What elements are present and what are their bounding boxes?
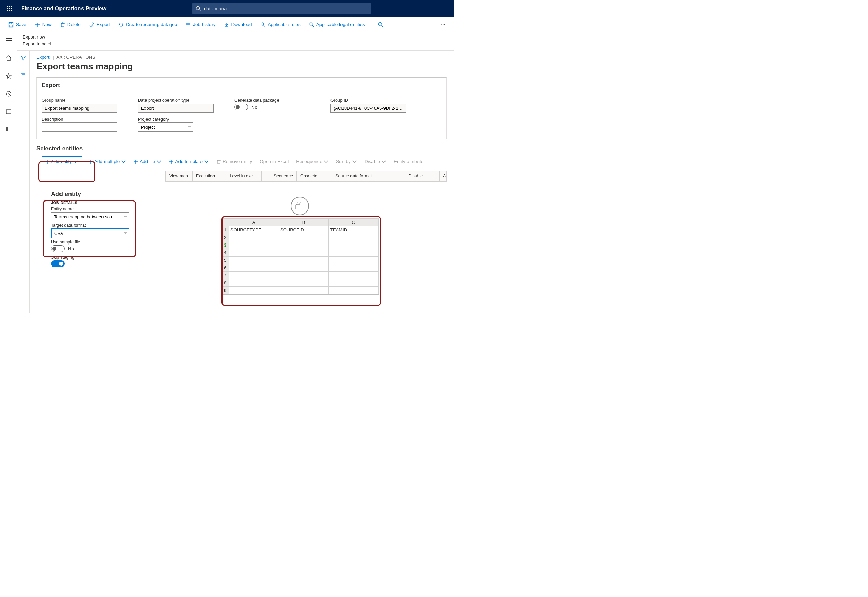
sheet-cell[interactable] bbox=[329, 249, 378, 257]
sheet-cell[interactable] bbox=[229, 241, 279, 249]
svg-rect-34 bbox=[6, 127, 7, 129]
entity-name-select[interactable] bbox=[51, 212, 129, 221]
sheet-cell[interactable] bbox=[279, 287, 329, 294]
sheet-cell[interactable] bbox=[279, 249, 329, 257]
add-multiple-button[interactable]: Add multiple bbox=[87, 157, 127, 165]
sheet-cell[interactable] bbox=[329, 234, 378, 241]
sheet-cell[interactable] bbox=[279, 279, 329, 287]
nav-workspaces[interactable] bbox=[2, 106, 15, 117]
sheet-cell[interactable] bbox=[329, 241, 378, 249]
add-entity-flyout: Add entity JOB DETAILS Entity name Targe… bbox=[46, 186, 135, 271]
use-sample-toggle[interactable] bbox=[51, 245, 65, 252]
sheet-cell[interactable] bbox=[279, 272, 329, 279]
breadcrumb-link[interactable]: Export bbox=[36, 55, 49, 60]
add-file-button[interactable]: Add file bbox=[132, 157, 163, 165]
col-applicat[interactable]: Applicat bbox=[439, 171, 447, 181]
col-level[interactable]: Level in executi… bbox=[226, 171, 261, 181]
sheet-cell[interactable] bbox=[229, 272, 279, 279]
svg-rect-5 bbox=[11, 8, 12, 9]
sheet-cell[interactable] bbox=[279, 257, 329, 264]
svg-rect-1 bbox=[9, 6, 10, 6]
find-button[interactable] bbox=[375, 20, 386, 30]
sheet-cell[interactable] bbox=[279, 234, 329, 241]
sheet-cell[interactable] bbox=[229, 249, 279, 257]
add-entity-button[interactable]: Add entity bbox=[42, 156, 82, 166]
sheet-cell[interactable] bbox=[329, 279, 378, 287]
download-button[interactable]: Download bbox=[221, 20, 254, 30]
list-icon bbox=[185, 22, 191, 28]
recurring-job-button[interactable]: Create recurring data job bbox=[116, 20, 180, 30]
applicable-le-button[interactable]: Applicable legal entities bbox=[306, 20, 368, 30]
col-exec-unit[interactable]: Execution unit ↑ bbox=[193, 171, 227, 181]
col-disable[interactable]: Disable bbox=[405, 171, 439, 181]
op-type-input[interactable] bbox=[138, 104, 214, 113]
sheet-col-header: B bbox=[279, 219, 329, 226]
group-name-label: Group name bbox=[42, 98, 117, 103]
chevron-down-icon bbox=[352, 159, 357, 164]
remove-label: Remove entity bbox=[223, 159, 252, 164]
app-launcher[interactable] bbox=[3, 2, 16, 15]
target-fmt-select[interactable] bbox=[51, 228, 129, 238]
sheet-cell[interactable] bbox=[279, 264, 329, 272]
group-name-input[interactable] bbox=[42, 104, 117, 113]
gen-pkg-toggle[interactable] bbox=[234, 104, 248, 110]
skip-staging-label: Skip staging bbox=[51, 255, 129, 260]
svg-rect-13 bbox=[10, 25, 12, 27]
sheet-col-header: A bbox=[229, 219, 279, 226]
job-history-button[interactable]: Job history bbox=[183, 20, 218, 30]
sheet-cell[interactable] bbox=[229, 264, 279, 272]
nav-hamburger[interactable] bbox=[2, 34, 15, 46]
save-button[interactable]: Save bbox=[6, 20, 29, 30]
sheet-cell[interactable] bbox=[279, 241, 329, 249]
col-view-map[interactable]: View map bbox=[166, 171, 193, 181]
sheet-cell[interactable] bbox=[329, 272, 378, 279]
export-button[interactable]: Export bbox=[86, 20, 113, 30]
svg-point-54 bbox=[301, 202, 302, 202]
description-input[interactable] bbox=[42, 122, 117, 132]
sheet-cell[interactable] bbox=[229, 234, 279, 241]
global-search[interactable] bbox=[192, 3, 371, 14]
proj-cat-select[interactable] bbox=[138, 122, 193, 132]
nav-recent[interactable] bbox=[2, 88, 15, 100]
search-icon bbox=[378, 22, 383, 28]
search-input[interactable] bbox=[204, 6, 368, 11]
add-template-button[interactable]: Add template bbox=[168, 157, 210, 165]
nav-home[interactable] bbox=[2, 52, 15, 64]
svg-point-55 bbox=[299, 203, 300, 203]
sheet-cell[interactable] bbox=[329, 287, 378, 294]
sheet-cell[interactable]: SOURCETYPE bbox=[229, 226, 279, 234]
app-title: Finance and Operations Preview bbox=[21, 6, 106, 12]
nav-favorites[interactable] bbox=[2, 70, 15, 82]
chevron-down-icon bbox=[381, 159, 386, 164]
sheet-cell[interactable] bbox=[329, 264, 378, 272]
plus-icon bbox=[45, 159, 50, 164]
col-sequence[interactable]: Sequence bbox=[262, 171, 297, 181]
chevron-down-icon bbox=[204, 159, 209, 164]
export-in-batch-link[interactable]: Export in batch bbox=[23, 40, 448, 48]
sheet-cell[interactable] bbox=[229, 287, 279, 294]
add-file-label: Add file bbox=[139, 159, 155, 164]
delete-button[interactable]: Delete bbox=[57, 20, 83, 30]
lines-toggle[interactable] bbox=[21, 71, 26, 78]
skip-staging-toggle[interactable] bbox=[51, 260, 65, 267]
overflow-button[interactable]: ⋯ bbox=[438, 20, 448, 29]
sheet-cell[interactable]: TEAMID bbox=[329, 226, 378, 234]
new-button[interactable]: New bbox=[32, 20, 54, 30]
target-fmt-label: Target data format bbox=[51, 223, 129, 228]
spreadsheet-preview: ABC1SOURCETYPESOURCEIDTEAMID23456789 bbox=[221, 197, 379, 295]
add-template-label: Add template bbox=[175, 159, 203, 164]
applicable-roles-button[interactable]: Applicable roles bbox=[258, 20, 303, 30]
group-id-input[interactable] bbox=[331, 104, 406, 113]
sheet-cell[interactable] bbox=[229, 257, 279, 264]
sheet-cell[interactable]: SOURCEID bbox=[279, 226, 329, 234]
col-obsolete[interactable]: Obsolete bbox=[297, 171, 332, 181]
breadcrumb-trail: AX : OPERATIONS bbox=[56, 55, 95, 60]
sheet-cell[interactable] bbox=[229, 279, 279, 287]
export-now-link[interactable]: Export now bbox=[23, 34, 448, 40]
filter-funnel-button[interactable] bbox=[21, 55, 26, 62]
funnel-icon bbox=[21, 55, 26, 61]
nav-modules[interactable] bbox=[2, 124, 15, 135]
sheet-cell[interactable] bbox=[329, 257, 378, 264]
group-id-label: Group ID bbox=[331, 98, 406, 103]
col-src-fmt[interactable]: Source data format bbox=[332, 171, 405, 181]
